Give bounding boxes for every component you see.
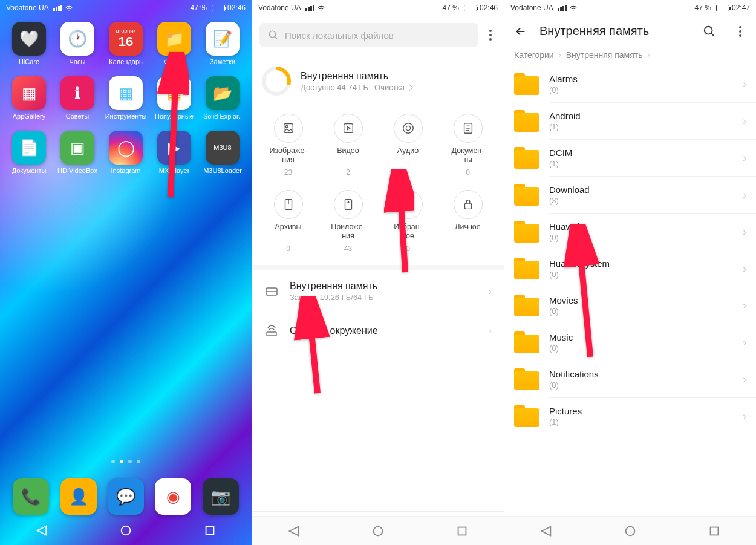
folder-icon bbox=[514, 147, 539, 169]
recent-nav-icon[interactable] bbox=[708, 524, 721, 538]
category-label: Изображе-ния bbox=[269, 146, 307, 165]
folder-icon bbox=[514, 73, 539, 95]
storage-clean-link[interactable]: Очистка bbox=[374, 83, 411, 92]
folder-icon bbox=[514, 110, 539, 132]
clock: 02:46 bbox=[480, 4, 498, 12]
app-icon: ▣ bbox=[60, 131, 94, 165]
category-3[interactable]: Докумен-ты0 bbox=[438, 114, 498, 177]
category-icon bbox=[274, 190, 303, 219]
svg-rect-24 bbox=[458, 527, 466, 535]
battery-icon bbox=[461, 5, 477, 11]
crumb-categories[interactable]: Категории bbox=[514, 50, 554, 60]
chevron-right-icon: › bbox=[743, 189, 746, 201]
search-icon[interactable] bbox=[703, 25, 716, 38]
storage-summary[interactable]: Внутренняя память Доступно 44,74 ГБ Очис… bbox=[262, 67, 494, 96]
app-label: Solid Explor.. bbox=[203, 113, 242, 120]
category-count: 43 bbox=[344, 244, 352, 253]
home-nav-icon[interactable] bbox=[371, 524, 385, 538]
back-nav-icon[interactable] bbox=[35, 524, 48, 537]
dock: 📞👤💬◉📷 bbox=[0, 478, 252, 515]
back-nav-icon[interactable] bbox=[539, 524, 553, 538]
folder-row-DCIM[interactable]: DCIM(1)› bbox=[504, 140, 756, 176]
dock-Chrome[interactable]: ◉ bbox=[155, 478, 191, 515]
status-bar: Vodafone UA 47 % 02:46 bbox=[0, 0, 252, 16]
app-Solid Explor..[interactable]: 📂Solid Explor.. bbox=[198, 76, 247, 120]
dock-Phone[interactable]: 📞 bbox=[13, 478, 49, 515]
category-icon bbox=[394, 190, 423, 219]
app-icon: 📝 bbox=[206, 22, 240, 56]
battery-pct: 47 % bbox=[695, 4, 711, 12]
folder-row-Alarms[interactable]: Alarms(0)› bbox=[504, 66, 756, 102]
app-HD VideoBox[interactable]: ▣HD VideoBox bbox=[53, 131, 102, 174]
app-label: M3U8Loader bbox=[203, 167, 242, 174]
app-label: HD VideoBox bbox=[57, 167, 97, 174]
app-Популярные[interactable]: ▦Популярные bbox=[150, 76, 198, 120]
recent-nav-icon[interactable] bbox=[203, 524, 217, 537]
app-AppGallery[interactable]: ▦AppGallery bbox=[5, 76, 53, 120]
folder-row-Notifications[interactable]: Notifications(0)› bbox=[504, 361, 756, 397]
svg-point-27 bbox=[705, 26, 712, 34]
app-Советы[interactable]: ℹСоветы bbox=[53, 76, 102, 120]
chevron-right-icon: › bbox=[743, 152, 746, 165]
folder-row-Music[interactable]: Music(0)› bbox=[504, 324, 756, 361]
category-7[interactable]: Личное bbox=[438, 190, 498, 253]
app-HiCare[interactable]: 🤍HiCare bbox=[5, 22, 53, 65]
app-MX Player[interactable]: ▶MX Player bbox=[150, 131, 198, 174]
category-5[interactable]: Приложе-ния43 bbox=[318, 190, 378, 253]
app-label: Файлы bbox=[164, 58, 185, 65]
app-Часы[interactable]: 🕐Часы bbox=[53, 22, 102, 65]
chevron-right-icon: › bbox=[489, 286, 492, 297]
dock-Camera[interactable]: 📷 bbox=[203, 478, 239, 515]
folder-count: (0) bbox=[549, 344, 733, 353]
search-input[interactable]: Поиск локальных файлов bbox=[259, 23, 478, 47]
crumb-internal[interactable]: Внутренняя память bbox=[566, 50, 643, 60]
app-Instagram[interactable]: ◯Instagram bbox=[102, 131, 150, 174]
more-menu-icon[interactable] bbox=[734, 26, 746, 37]
status-bar: Vodafone UA 47 % 02:47 bbox=[504, 0, 756, 16]
folder-row-HuaweiSystem[interactable]: HuaweiSystem(0)› bbox=[504, 250, 756, 287]
chevron-right-icon: › bbox=[743, 299, 746, 312]
app-M3U8Loader[interactable]: M3U8M3U8Loader bbox=[198, 131, 247, 174]
app-Заметки[interactable]: 📝Заметки bbox=[198, 22, 247, 65]
folder-row-Android[interactable]: Android(1)› bbox=[504, 103, 756, 139]
wifi-icon bbox=[65, 4, 73, 12]
home-nav-icon[interactable] bbox=[624, 524, 637, 538]
dock-Messages[interactable]: 💬 bbox=[108, 478, 144, 515]
app-Документы[interactable]: 📄Документы bbox=[5, 131, 53, 174]
category-6[interactable]: Избран-ное0 bbox=[378, 190, 438, 253]
category-2[interactable]: Аудио bbox=[378, 114, 438, 177]
category-count: 2 bbox=[346, 168, 350, 177]
storage-icon bbox=[264, 284, 279, 299]
folder-row-Movies[interactable]: Movies(0)› bbox=[504, 287, 756, 324]
app-Инструменты[interactable]: ▦Инструменты bbox=[102, 76, 150, 120]
network-row[interactable]: Сетевое окружение › bbox=[252, 313, 504, 349]
category-1[interactable]: Видео2 bbox=[318, 114, 378, 177]
dock-Contacts[interactable]: 👤 bbox=[60, 478, 97, 515]
folder-count: (0) bbox=[549, 270, 733, 279]
internal-storage-row[interactable]: Внутренняя память Занято: 19,26 ГБ/64 ГБ… bbox=[252, 270, 504, 313]
battery-icon bbox=[714, 5, 729, 11]
folder-row-Huawei[interactable]: Huawei(0)› bbox=[504, 214, 756, 250]
folder-name: Huawei bbox=[549, 221, 733, 232]
back-nav-icon[interactable] bbox=[287, 524, 301, 538]
folder-icon bbox=[514, 184, 539, 206]
category-0[interactable]: Изображе-ния23 bbox=[258, 114, 318, 177]
category-4[interactable]: Архивы0 bbox=[258, 190, 318, 253]
app-Файлы[interactable]: 📁Файлы bbox=[150, 22, 198, 65]
app-icon: 📂 bbox=[206, 76, 240, 110]
home-nav-icon[interactable] bbox=[119, 524, 132, 537]
folder-row-Pictures[interactable]: Pictures(1)› bbox=[504, 398, 756, 434]
category-label: Аудио bbox=[397, 146, 419, 165]
category-label: Архивы bbox=[275, 223, 301, 241]
signal-icon bbox=[305, 5, 314, 11]
back-icon[interactable] bbox=[514, 25, 527, 38]
more-menu-icon[interactable] bbox=[484, 30, 497, 41]
app-Календарь[interactable]: вторник16Календарь bbox=[102, 22, 150, 65]
recent-nav-icon[interactable] bbox=[455, 524, 469, 538]
folder-icon bbox=[514, 221, 539, 243]
svg-rect-5 bbox=[284, 124, 293, 133]
app-label: MX Player bbox=[159, 167, 190, 174]
folder-row-Download[interactable]: Download(3)› bbox=[504, 177, 756, 213]
app-icon: ▦ bbox=[12, 76, 46, 110]
folder-browser-screen: Vodafone UA 47 % 02:47 Внутренняя память… bbox=[504, 0, 756, 545]
